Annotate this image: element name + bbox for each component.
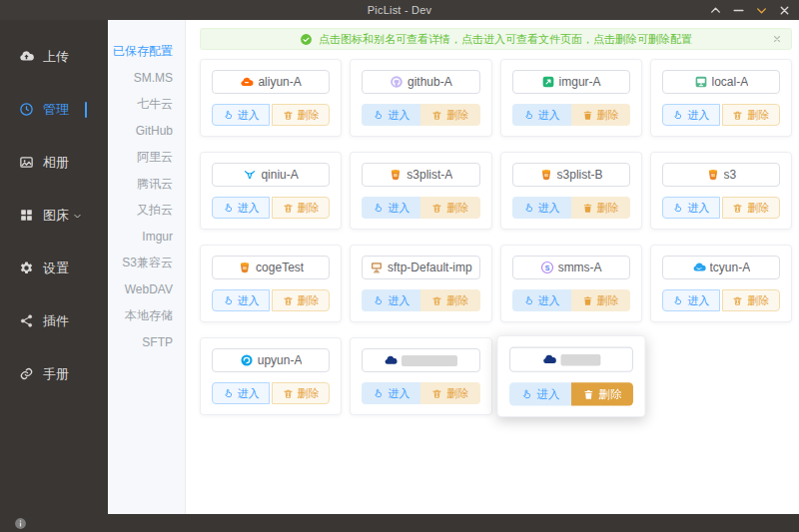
delete-button[interactable]: 删除: [722, 104, 780, 126]
config-name-box[interactable]: Ssmms-A: [512, 256, 630, 279]
app-body: 上传管理相册图床设置插件手册 已保存配置SM.MS七牛云GitHub阿里云腾讯云…: [0, 20, 799, 514]
storage-card: S3s3plist-B进入删除: [500, 152, 642, 230]
config-name-box[interactable]: sftp-Default-imp: [362, 256, 479, 279]
grid-icon: [19, 208, 34, 223]
sidebar-item-manage[interactable]: 管理: [0, 83, 108, 136]
trash-outline-icon: [283, 295, 294, 306]
config-name-box[interactable]: S3s3plist-A: [362, 163, 479, 187]
sidebar-item-manual[interactable]: 手册: [0, 347, 108, 400]
delete-button-label: 删除: [446, 201, 468, 216]
enter-button[interactable]: 进入: [212, 289, 270, 311]
enter-button[interactable]: 进入: [362, 104, 420, 126]
delete-button-label: 删除: [597, 201, 619, 216]
config-sidebar-item-s3[interactable]: S3兼容云: [108, 250, 185, 276]
enter-button[interactable]: 进入: [662, 197, 720, 219]
config-name-box[interactable]: tcyun-A: [662, 256, 780, 279]
config-name-box[interactable]: github-A: [362, 70, 479, 94]
info-icon[interactable]: [14, 517, 27, 530]
config-name-box[interactable]: S3cogeTest: [212, 256, 330, 279]
sidebar-item-label: 上传: [43, 48, 69, 66]
config-name-box[interactable]: [362, 348, 479, 372]
enter-button[interactable]: 进入: [362, 382, 420, 404]
config-sidebar-item-webdav[interactable]: WebDAV: [108, 276, 185, 303]
delete-button-label: 删除: [747, 201, 769, 216]
config-name-box[interactable]: [509, 347, 633, 372]
sidebar-item-settings[interactable]: 设置: [0, 242, 108, 294]
config-sidebar-item-saved-configs[interactable]: 已保存配置: [108, 38, 185, 65]
trash-outline-icon: [732, 203, 743, 214]
config-name-box[interactable]: imgur-A: [512, 70, 630, 94]
card-actions: 进入删除: [212, 104, 330, 126]
delete-button[interactable]: 删除: [571, 289, 630, 311]
tcyun-icon: [692, 261, 706, 274]
sidebar-item-label: 相册: [43, 154, 69, 172]
delete-button[interactable]: 删除: [420, 289, 479, 311]
minimize-button[interactable]: [732, 4, 745, 17]
enter-button[interactable]: 进入: [362, 289, 420, 311]
config-sidebar-item-sftp[interactable]: SFTP: [108, 329, 185, 356]
delete-button[interactable]: 删除: [722, 289, 780, 311]
delete-button[interactable]: 删除: [272, 197, 330, 219]
sidebar-item-upload[interactable]: 上传: [0, 30, 108, 83]
delete-button[interactable]: 删除: [272, 104, 330, 126]
delete-button[interactable]: 删除: [420, 382, 479, 404]
pointer-icon: [520, 388, 532, 400]
card-actions: 进入删除: [512, 289, 630, 311]
delete-button[interactable]: 删除: [420, 197, 479, 219]
pointer-icon: [672, 295, 683, 306]
sidebar-item-album[interactable]: 相册: [0, 136, 108, 189]
clock-icon: [19, 102, 34, 117]
card-actions: 进入删除: [512, 104, 630, 126]
pointer-icon: [523, 203, 534, 214]
enter-button[interactable]: 进入: [512, 197, 571, 219]
config-name: tcyun-A: [710, 261, 751, 274]
enter-button[interactable]: 进入: [212, 104, 270, 126]
config-name-box[interactable]: upyun-A: [212, 348, 330, 372]
gear-icon: [19, 261, 34, 275]
config-name-box[interactable]: qiniu-A: [212, 163, 330, 187]
delete-button-label: 删除: [597, 108, 619, 123]
enter-button[interactable]: 进入: [362, 197, 420, 219]
pin-to-top-button[interactable]: [709, 4, 722, 17]
enter-button[interactable]: 进入: [512, 289, 571, 311]
link-icon: [19, 366, 34, 381]
aliyun-icon: [240, 75, 254, 89]
config-sidebar-item-github[interactable]: GitHub: [108, 118, 185, 145]
notice-close-icon[interactable]: [772, 34, 782, 44]
delete-button-label: 删除: [747, 108, 769, 123]
delete-button[interactable]: 删除: [420, 104, 479, 126]
sidebar-item-picbed[interactable]: 图床: [0, 189, 108, 242]
upyun-icon: [240, 353, 254, 367]
delete-button[interactable]: 删除: [571, 197, 630, 219]
trash-outline-icon: [283, 110, 294, 121]
config-sidebar-item-aliyun[interactable]: 阿里云: [108, 144, 185, 171]
config-name: s3: [724, 168, 737, 182]
close-button[interactable]: [778, 4, 791, 17]
delete-button[interactable]: 删除: [571, 382, 633, 405]
restore-down-button[interactable]: [755, 4, 768, 17]
config-sidebar-item-upyun[interactable]: 又拍云: [108, 197, 185, 224]
enter-button[interactable]: 进入: [662, 104, 720, 126]
config-sidebar-item-smms[interactable]: SM.MS: [108, 65, 185, 92]
config-name-box[interactable]: aliyun-A: [212, 70, 330, 94]
enter-button-label: 进入: [687, 293, 709, 308]
enter-button[interactable]: 进入: [512, 104, 571, 126]
config-name-box[interactable]: S3s3: [662, 163, 780, 187]
enter-button[interactable]: 进入: [662, 289, 720, 311]
sidebar-item-plugins[interactable]: 插件: [0, 294, 108, 347]
delete-button[interactable]: 删除: [722, 197, 780, 219]
enter-button[interactable]: 进入: [212, 382, 270, 404]
sidebar-item-label: 图床: [43, 207, 69, 225]
config-name-box[interactable]: local-A: [662, 70, 780, 94]
config-name-box[interactable]: S3s3plist-B: [512, 163, 630, 187]
delete-button[interactable]: 删除: [571, 104, 630, 126]
delete-button[interactable]: 删除: [272, 382, 330, 404]
enter-button[interactable]: 进入: [212, 197, 270, 219]
onedrive-icon: [384, 353, 398, 367]
config-sidebar-item-qiniu[interactable]: 七牛云: [108, 91, 185, 118]
config-sidebar-item-local[interactable]: 本地存储: [108, 302, 185, 329]
config-sidebar-item-imgur[interactable]: Imgur: [108, 224, 185, 251]
delete-button[interactable]: 删除: [272, 289, 330, 311]
enter-button[interactable]: 进入: [509, 382, 571, 405]
config-sidebar-item-tcyun[interactable]: 腾讯云: [108, 171, 185, 198]
